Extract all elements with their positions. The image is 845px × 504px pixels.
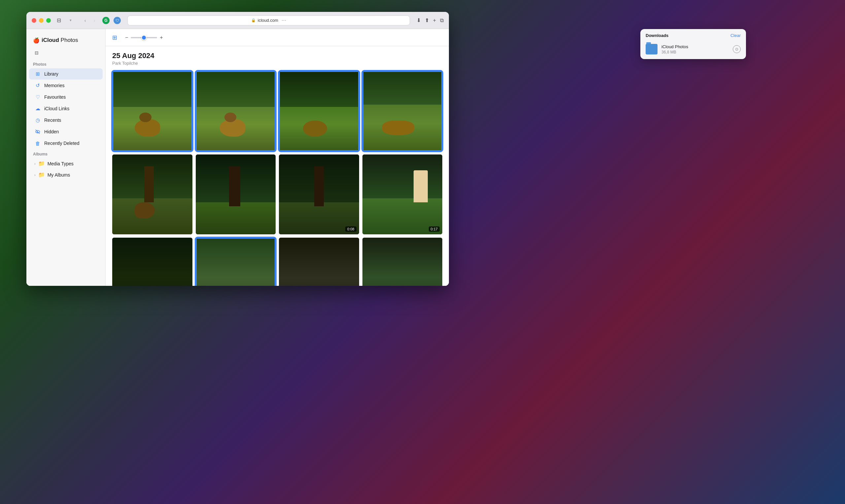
browser-window: ⊟ ▾ ‹ › G 🛡 🔒 icloud.com ⋯ ⬇ ⬆ + ⧉ 🍎 iCl… (26, 12, 449, 286)
sidebar-item-label: iCloud Links (44, 106, 69, 111)
heart-icon: ♡ (34, 94, 41, 100)
photo-item[interactable] (112, 238, 193, 286)
photo-item[interactable] (196, 71, 276, 151)
photo-item[interactable] (362, 71, 443, 151)
trash-icon: 🗑 (34, 140, 41, 146)
nav-buttons: ‹ › (81, 17, 98, 24)
forward-button[interactable]: › (90, 17, 98, 24)
photo-date: 25 Aug 2024 (112, 52, 442, 60)
download-action-button[interactable]: ⊙ (733, 45, 741, 53)
download-name: iCloud Photos (662, 44, 729, 49)
sidebar-item-label: Memories (44, 83, 65, 88)
photo-item[interactable] (279, 238, 359, 286)
photo-item[interactable] (362, 238, 443, 286)
app-area: 🍎 iCloud Photos ⊟ Photos ⊞ Library ↺ Mem… (26, 29, 449, 286)
sidebar-toggle-icon[interactable]: ⊟ (55, 17, 63, 24)
url-text: icloud.com (258, 18, 278, 23)
traffic-lights (32, 18, 51, 23)
section-albums-label: Albums (26, 149, 105, 158)
download-info: iCloud Photos 36,8 MB (662, 44, 729, 54)
download-size: 36,8 MB (662, 50, 729, 54)
clock-icon: ◷ (34, 117, 41, 123)
zoom-out-button[interactable]: − (125, 35, 128, 41)
chevron-right-icon: › (34, 173, 36, 177)
download-folder-icon (646, 44, 658, 54)
grammarly-icon[interactable]: G (102, 17, 110, 24)
photo-item[interactable] (196, 155, 276, 235)
new-tab-icon[interactable]: + (433, 18, 436, 23)
photo-item[interactable] (112, 155, 193, 235)
grid-view-icon[interactable]: ⊞ (112, 34, 117, 41)
sidebar-item-recents[interactable]: ◷ Recents (29, 114, 103, 126)
app-title: iCloud Photos (41, 37, 78, 43)
zoom-slider-track[interactable] (131, 37, 157, 38)
address-bar[interactable]: 🔒 icloud.com ⋯ (127, 16, 410, 25)
maximize-button[interactable] (46, 18, 51, 23)
app-logo: 🍎 iCloud Photos (26, 34, 105, 49)
title-bar: ⊟ ▾ ‹ › G 🛡 🔒 icloud.com ⋯ ⬇ ⬆ + ⧉ (26, 12, 449, 29)
sidebar-item-favourites[interactable]: ♡ Favourites (29, 91, 103, 103)
sidebar-item-label: Media Types (48, 161, 74, 166)
share-icon[interactable]: ⬆ (425, 17, 429, 23)
zoom-in-button[interactable]: + (160, 35, 163, 41)
sidebar-item-hidden[interactable]: Hidden (29, 126, 103, 137)
toolbar-right: ⬇ ⬆ + ⧉ (417, 17, 444, 23)
video-duration-badge: 0:17 (429, 227, 440, 232)
photo-item[interactable] (112, 71, 193, 151)
downloads-clear-button[interactable]: Clear (731, 33, 741, 38)
photo-item[interactable]: 0:17 (362, 155, 443, 235)
sidebar-collapse-icon[interactable]: ⊟ (32, 49, 41, 57)
folder-icon: 📁 (38, 172, 45, 178)
lock-icon: 🔒 (251, 18, 256, 22)
download-icon[interactable]: ⬇ (417, 17, 421, 23)
memories-icon: ↺ (34, 82, 41, 89)
close-button[interactable] (32, 18, 36, 23)
sidebar-item-label: Recently Deleted (44, 141, 79, 146)
address-options-icon[interactable]: ⋯ (282, 18, 286, 23)
download-item: iCloud Photos 36,8 MB ⊙ (640, 41, 746, 59)
cloud-icon: ☁ (34, 105, 41, 112)
sidebar: 🍎 iCloud Photos ⊟ Photos ⊞ Library ↺ Mem… (26, 29, 106, 286)
sidebar-item-label: Recents (44, 118, 61, 123)
photo-toolbar: ⊞ − + (106, 29, 449, 46)
sidebar-item-label: Library (44, 71, 58, 76)
sidebar-item-label: Hidden (44, 129, 59, 134)
downloads-title: Downloads (646, 33, 668, 38)
photo-item[interactable] (196, 238, 276, 286)
photo-grid-container: 0:08 0:17 (106, 68, 449, 286)
photo-location: Park Topilche (112, 61, 442, 66)
shield-icon[interactable]: 🛡 (113, 17, 121, 24)
main-content: ⊞ − + 25 Aug 2024 Park Topilche (106, 29, 449, 286)
chevron-right-icon: › (34, 162, 36, 166)
zoom-slider: − + (125, 35, 163, 41)
sidebar-item-icloud-links[interactable]: ☁ iCloud Links (29, 103, 103, 114)
apple-icon: 🍎 (33, 37, 40, 43)
sidebar-item-label: Favourites (44, 94, 66, 100)
photo-item[interactable] (279, 71, 359, 151)
section-photos-label: Photos (26, 59, 105, 68)
sidebar-item-memories[interactable]: ↺ Memories (29, 80, 103, 91)
eye-slash-icon (34, 128, 41, 135)
sidebar-item-library[interactable]: ⊞ Library (29, 68, 103, 79)
video-duration-badge: 0:08 (345, 227, 356, 232)
chevron-down-icon[interactable]: ▾ (67, 17, 75, 24)
sidebar-item-label: My Albums (48, 172, 70, 178)
back-button[interactable]: ‹ (81, 17, 89, 24)
zoom-slider-thumb[interactable] (141, 35, 147, 40)
sidebar-item-my-albums[interactable]: › 📁 My Albums (29, 169, 103, 180)
photo-grid: 0:08 0:17 (112, 71, 442, 286)
library-icon: ⊞ (34, 71, 41, 77)
tabs-icon[interactable]: ⧉ (440, 18, 444, 23)
minimize-button[interactable] (39, 18, 43, 23)
downloads-popover: Downloads Clear iCloud Photos 36,8 MB ⊙ (640, 29, 746, 59)
photo-item[interactable]: 0:08 (279, 155, 359, 235)
downloads-header: Downloads Clear (640, 29, 746, 41)
photo-info: 25 Aug 2024 Park Topilche (106, 46, 449, 68)
sidebar-item-media-types[interactable]: › 📁 Media Types (29, 158, 103, 169)
folder-icon: 📁 (38, 160, 45, 167)
sidebar-item-recently-deleted[interactable]: 🗑 Recently Deleted (29, 138, 103, 149)
